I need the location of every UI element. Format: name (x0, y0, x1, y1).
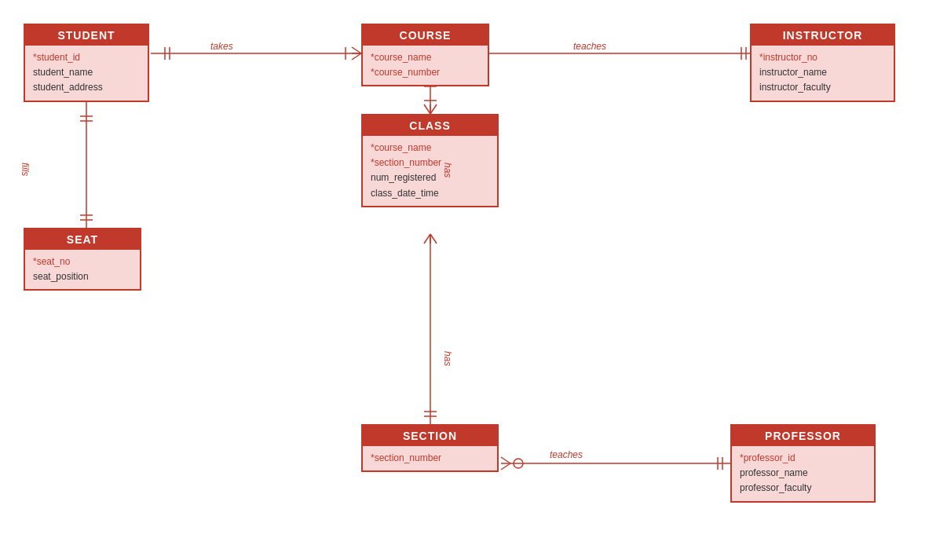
seat-attr-1: *seat_no (33, 254, 132, 269)
student-attr-3: student_address (33, 80, 140, 95)
class-header: CLASS (363, 115, 497, 136)
svg-line-26 (424, 234, 430, 243)
seat-body: *seat_no seat_position (25, 250, 140, 289)
svg-line-22 (430, 104, 437, 114)
instructor-attr-1: *instructor_no (759, 50, 886, 65)
svg-line-21 (424, 104, 430, 114)
student-attr-1: *student_id (33, 50, 140, 65)
seat-header: SEAT (25, 229, 140, 250)
rel-fills: fills (20, 163, 31, 176)
instructor-attr-2: instructor_name (759, 65, 886, 80)
class-entity: CLASS *course_name *section_number num_r… (361, 114, 499, 207)
svg-point-34 (514, 459, 523, 468)
diagram-container: STUDENT *student_id student_name student… (0, 0, 929, 560)
professor-body: *professor_id professor_name professor_f… (732, 446, 874, 501)
class-attr-2: *section_number (371, 156, 489, 170)
section-header: SECTION (363, 426, 497, 446)
seat-entity: SEAT *seat_no seat_position (24, 228, 141, 291)
section-body: *section_number (363, 446, 497, 470)
student-entity: STUDENT *student_id student_name student… (24, 24, 149, 102)
section-entity: SECTION *section_number (361, 424, 499, 472)
professor-entity: PROFESSOR *professor_id professor_name p… (730, 424, 876, 503)
rel-has-class: has (442, 163, 453, 178)
class-attr-4: class_date_time (371, 186, 489, 201)
professor-header: PROFESSOR (732, 426, 874, 446)
course-attr-1: *course_name (371, 50, 480, 65)
course-body: *course_name *course_number (363, 46, 488, 85)
section-attr-1: *section_number (371, 451, 489, 466)
rel-teaches-professor: teaches (550, 449, 583, 460)
class-attr-3: num_registered (371, 170, 489, 185)
class-attr-1: *course_name (371, 141, 489, 156)
course-header: COURSE (363, 25, 488, 46)
rel-takes: takes (210, 41, 233, 52)
instructor-attr-3: instructor_faculty (759, 80, 886, 95)
instructor-header: INSTRUCTOR (752, 25, 894, 46)
student-attr-2: student_name (33, 65, 140, 80)
svg-line-27 (430, 234, 437, 243)
svg-line-3 (352, 47, 361, 53)
svg-line-4 (352, 53, 361, 60)
student-header: STUDENT (25, 25, 148, 46)
seat-attr-2: seat_position (33, 269, 132, 284)
student-body: *student_id student_name student_address (25, 46, 148, 101)
class-body: *course_name *section_number num_registe… (363, 136, 497, 206)
course-entity: COURSE *course_name *course_number (361, 24, 489, 86)
professor-attr-2: professor_name (740, 466, 866, 481)
svg-line-33 (501, 463, 510, 470)
svg-line-32 (501, 457, 510, 463)
professor-attr-1: *professor_id (740, 451, 866, 466)
course-attr-2: *course_number (371, 65, 480, 80)
instructor-body: *instructor_no instructor_name instructo… (752, 46, 894, 101)
rel-teaches-instructor: teaches (573, 41, 606, 52)
professor-attr-3: professor_faculty (740, 481, 866, 496)
instructor-entity: INSTRUCTOR *instructor_no instructor_nam… (750, 24, 895, 102)
rel-has-section: has (442, 351, 453, 366)
